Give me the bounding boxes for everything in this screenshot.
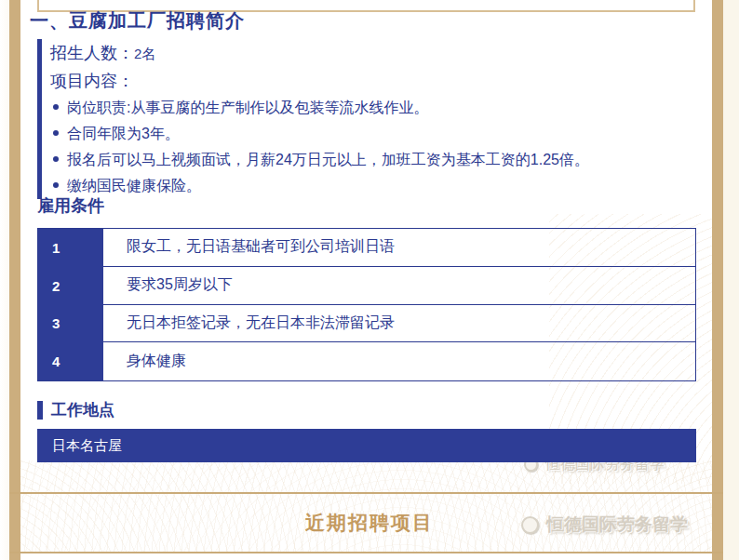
bullet-text: 岗位职责:从事豆腐的生产制作以及包装等流水线作业。: [67, 100, 428, 115]
work-location-title: 工作地点: [51, 399, 114, 420]
conditions-table: 1 限女工，无日语基础者可到公司培训日语 2 要求35周岁以下 3 无日本拒签记…: [37, 228, 696, 381]
recruit-count-line: 招生人数：2名: [50, 39, 689, 67]
table-row: 3 无日本拒签记录，无在日本非法滞留记录: [38, 305, 695, 343]
condition-text: 无日本拒签记录，无在日本非法滞留记录: [103, 305, 695, 343]
table-row: 4 身体健康: [38, 342, 695, 380]
brand-watermark-text: 恒德国际劳务留学: [546, 513, 688, 537]
condition-number: 4: [38, 342, 103, 380]
section-divider-bottom: [9, 552, 723, 553]
bullet-text: 报名后可以马上视频面试，月薪24万日元以上，加班工资为基本工资的1.25倍。: [67, 152, 589, 167]
condition-text: 限女工，无日语基础者可到公司培训日语: [103, 229, 695, 267]
page-edge-left: [0, 0, 9, 560]
bullet-icon: [53, 182, 59, 188]
work-location-heading: 工作地点: [37, 399, 114, 420]
table-row: 2 要求35周岁以下: [38, 267, 695, 305]
project-content-label: 项目内容：: [50, 67, 689, 95]
bullet-icon: [53, 104, 59, 110]
bullet-icon: [53, 130, 59, 136]
recruit-count-label: 招生人数：: [50, 44, 134, 62]
gold-rail-left: [9, 0, 20, 560]
brand-watermark: 恒德国际劳务留学: [521, 513, 688, 537]
section-divider-top: [9, 492, 723, 494]
overview-block: 招生人数：2名 项目内容： 岗位职责:从事豆腐的生产制作以及包装等流水线作业。 …: [37, 39, 689, 199]
brand-logo-icon: [521, 516, 539, 534]
decor-curves-bottom: [9, 460, 723, 553]
employment-conditions-heading: 雇用条件: [37, 194, 104, 217]
bullet-text: 合同年限为3年。: [67, 126, 180, 141]
page-edge-right: [723, 0, 739, 560]
heading-bar-icon: [37, 401, 43, 420]
list-item: 岗位职责:从事豆腐的生产制作以及包装等流水线作业。: [50, 95, 689, 121]
condition-number: 2: [38, 267, 103, 305]
condition-text: 要求35周岁以下: [103, 267, 695, 305]
work-location-banner: 日本名古屋: [37, 429, 696, 462]
recruit-count-value: 2名: [134, 46, 155, 61]
gold-rail-right: [712, 0, 723, 560]
condition-number: 1: [38, 229, 103, 267]
table-row: 1 限女工，无日语基础者可到公司培训日语: [38, 229, 695, 267]
list-item: 合同年限为3年。: [50, 121, 689, 147]
list-item: 报名后可以马上视频面试，月薪24万日元以上，加班工资为基本工资的1.25倍。: [50, 147, 689, 173]
bullet-icon: [53, 156, 59, 162]
condition-number: 3: [38, 305, 103, 343]
list-item: 缴纳国民健康保险。: [50, 173, 689, 199]
page-title: 一、豆腐加工厂招聘简介: [30, 8, 245, 33]
bullet-text: 缴纳国民健康保险。: [67, 178, 201, 193]
condition-text: 身体健康: [103, 342, 695, 380]
